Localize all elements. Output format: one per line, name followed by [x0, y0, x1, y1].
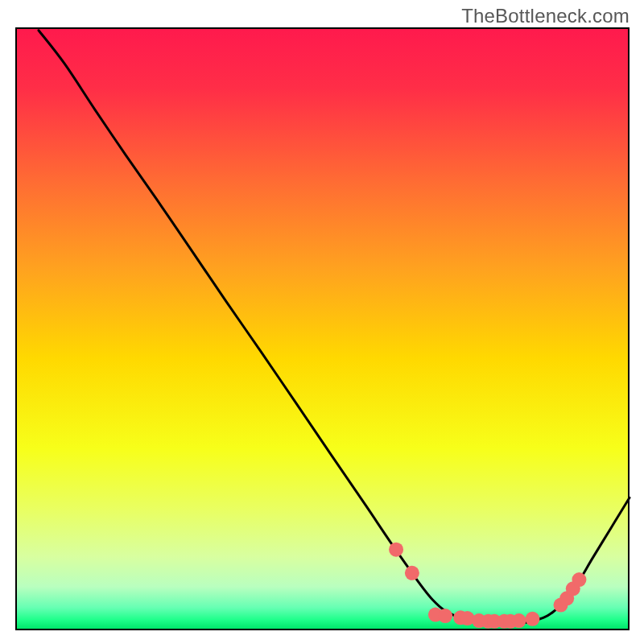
watermark-text: TheBottleneck.com — [461, 5, 630, 27]
heatmap-background — [15, 27, 630, 630]
chart-container: TheBottleneck.com — [0, 0, 644, 644]
